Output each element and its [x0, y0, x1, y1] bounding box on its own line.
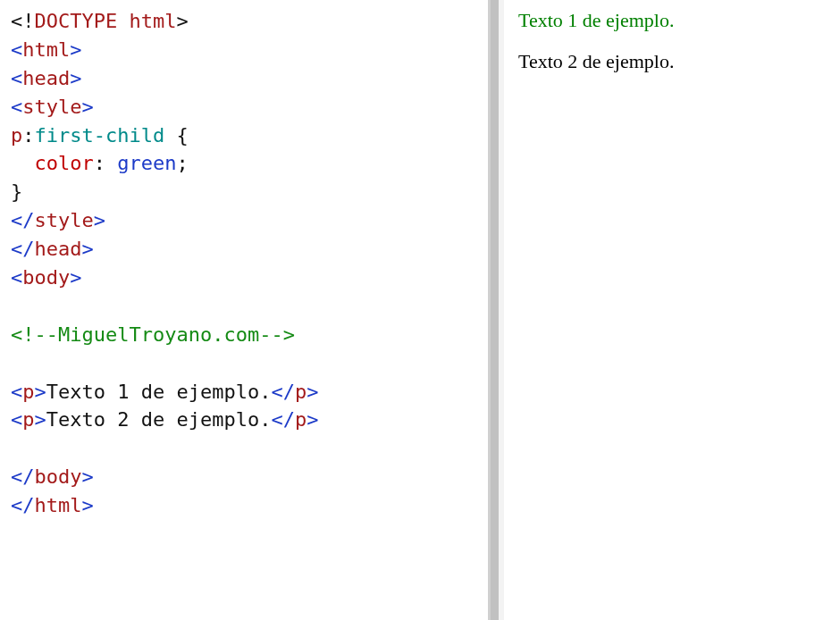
preview-paragraph-2: Texto 2 de ejemplo.	[518, 50, 826, 73]
code-line: p:first-child {	[11, 121, 477, 150]
code-token: ;	[176, 152, 188, 174]
code-token: </	[271, 408, 295, 431]
code-token: html	[129, 10, 176, 32]
code-token: >	[35, 408, 46, 431]
code-token: }	[11, 180, 22, 203]
code-token: >	[70, 67, 81, 89]
code-token: first-child	[35, 124, 165, 147]
code-token: </	[11, 238, 35, 260]
code-token: >	[70, 266, 81, 289]
code-pane: <!DOCTYPE html><html><head><style>p:firs…	[0, 0, 488, 620]
code-token: p	[22, 408, 34, 431]
split-view: <!DOCTYPE html><html><head><style>p:firs…	[0, 0, 840, 620]
code-token: >	[35, 381, 46, 403]
code-token: <	[11, 67, 22, 89]
code-token: </	[11, 494, 35, 516]
code-token: <	[11, 38, 22, 61]
code-line: <head>	[11, 64, 477, 93]
code-token: :	[94, 152, 118, 174]
code-token: body	[35, 465, 82, 488]
code-line: </head>	[11, 235, 477, 264]
code-token: head	[22, 67, 70, 89]
preview-paragraph-1: Texto 1 de ejemplo.	[518, 9, 826, 32]
code-token: >	[81, 238, 93, 260]
code-token: html	[35, 494, 82, 516]
code-token: </	[271, 381, 295, 403]
code-line: <p>Texto 2 de ejemplo.</p>	[11, 406, 477, 434]
code-line: </html>	[11, 491, 477, 520]
pane-divider[interactable]	[488, 0, 504, 620]
code-token: p	[295, 408, 307, 431]
code-token	[117, 10, 129, 32]
code-line: </style>	[11, 206, 477, 235]
code-token: head	[35, 238, 82, 260]
code-token: </	[11, 465, 35, 488]
code-line: <!DOCTYPE html>	[11, 7, 477, 36]
code-token: <!--MiguelTroyano.com-->	[11, 323, 295, 346]
code-line: }	[11, 178, 477, 206]
code-line	[11, 349, 477, 378]
code-token: >	[81, 494, 93, 516]
code-line	[11, 292, 477, 321]
code-token: color	[35, 152, 94, 174]
code-token: p	[11, 124, 22, 147]
code-line	[11, 434, 477, 463]
code-token: body	[22, 266, 70, 289]
code-token	[11, 152, 35, 174]
code-token: <	[11, 381, 22, 403]
code-token: p	[22, 381, 34, 403]
code-token: <	[11, 96, 22, 118]
code-token: p	[295, 381, 307, 403]
code-token: Texto 1 de ejemplo.	[46, 381, 272, 403]
code-token: >	[81, 465, 93, 488]
preview-pane: Texto 1 de ejemplo. Texto 2 de ejemplo.	[504, 0, 840, 620]
code-token: html	[22, 38, 70, 61]
code-token: {	[176, 124, 188, 147]
code-token: <!	[11, 10, 35, 32]
code-line: color: green;	[11, 149, 477, 178]
code-token: DOCTYPE	[35, 10, 118, 32]
code-token: >	[94, 209, 105, 231]
code-line: <html>	[11, 36, 477, 64]
code-line: <style>	[11, 93, 477, 121]
code-token	[164, 124, 176, 147]
code-line: </body>	[11, 463, 477, 491]
code-token: >	[70, 38, 81, 61]
code-token: style	[35, 209, 94, 231]
code-token: >	[307, 408, 318, 431]
code-token: :	[22, 124, 34, 147]
code-token: >	[307, 381, 318, 403]
code-token: <	[11, 266, 22, 289]
code-line: <p>Texto 1 de ejemplo.</p>	[11, 378, 477, 406]
code-token: <	[11, 408, 22, 431]
code-token: >	[81, 96, 93, 118]
code-token: </	[11, 209, 35, 231]
code-line: <body>	[11, 264, 477, 292]
code-token: style	[22, 96, 81, 118]
code-token: green	[117, 152, 176, 174]
code-line: <!--MiguelTroyano.com-->	[11, 321, 477, 349]
code-token: Texto 2 de ejemplo.	[46, 408, 272, 431]
code-token: >	[176, 10, 188, 32]
